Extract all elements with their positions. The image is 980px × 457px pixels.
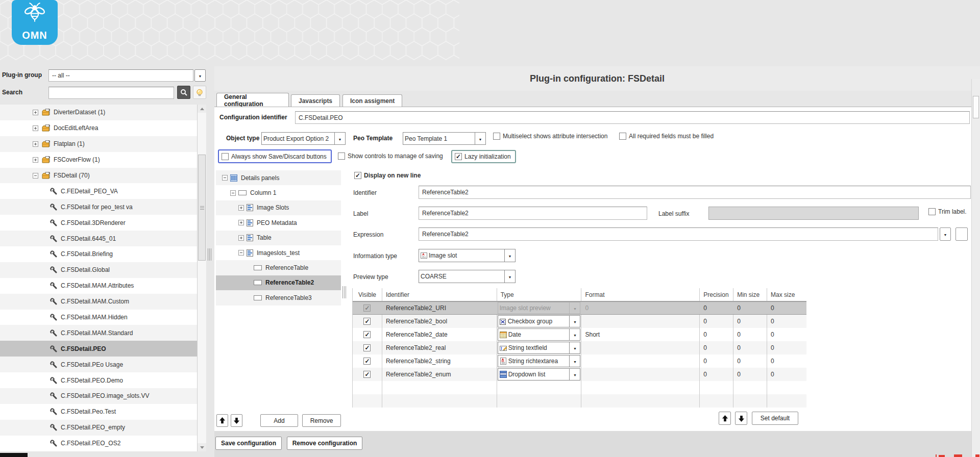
details-splitter-handle[interactable] xyxy=(342,286,346,298)
window-scroll-thumb[interactable] xyxy=(973,96,979,118)
trim-label-checkbox[interactable] xyxy=(928,208,936,215)
visible-checkbox[interactable] xyxy=(363,371,371,378)
tree-leaf-config[interactable]: C.FSDetail.Global xyxy=(0,262,197,278)
lazy-initialization-checkbox[interactable] xyxy=(455,153,462,160)
tab-javascripts[interactable]: Javascripts xyxy=(291,94,340,107)
search-button[interactable] xyxy=(177,86,190,99)
tree-leaf-config[interactable]: C.FSDetail.PEo Usage xyxy=(0,357,197,372)
tree-leaf-config[interactable]: C.FSDetail.PEO.Demo xyxy=(0,372,197,388)
collapse-minus-icon[interactable] xyxy=(33,173,38,179)
preview-type-select[interactable]: COARSE xyxy=(419,270,516,283)
window-scrollbar[interactable] xyxy=(971,79,980,457)
add-button[interactable]: Add xyxy=(260,414,298,427)
always-show-save-discard-group[interactable]: Always show Save/Discard buttons xyxy=(218,149,332,163)
tree-leaf-config[interactable]: C.FSDetail.MAM.Hidden xyxy=(0,310,197,325)
required-fields-checkbox-group[interactable]: All required fields must be filled xyxy=(619,133,714,140)
dtree-node-referencetable3[interactable]: ReferenceTable3 xyxy=(216,290,341,305)
search-input[interactable] xyxy=(48,87,174,99)
tree-node-doceditleftarea[interactable]: DocEditLeftArea xyxy=(0,120,197,136)
expand-plus-icon[interactable] xyxy=(238,220,244,225)
expand-plus-icon[interactable] xyxy=(33,125,38,131)
tree-node-diverterdataset[interactable]: DiverterDataset (1) xyxy=(0,105,197,120)
tree-leaf-config[interactable]: C.FSDetail.MAM.Custom xyxy=(0,294,197,310)
display-on-new-line-group[interactable]: Display on new line xyxy=(354,172,421,179)
peo-template-dropdown-button[interactable] xyxy=(475,133,485,144)
collapse-minus-icon[interactable] xyxy=(238,250,244,256)
type-select[interactable]: Dropdown list xyxy=(498,368,581,380)
move-panel-down-button[interactable] xyxy=(231,414,242,427)
dtree-node-referencetable[interactable]: ReferenceTable xyxy=(216,260,341,275)
visible-checkbox[interactable] xyxy=(363,331,371,338)
lazy-initialization-group[interactable]: Lazy initialization xyxy=(451,150,516,163)
tree-leaf-config[interactable]: C.FSDetail.3DRenderer xyxy=(0,215,197,231)
type-dropdown-button[interactable] xyxy=(569,329,580,340)
scroll-thumb[interactable] xyxy=(198,155,206,261)
object-type-select[interactable]: Product Export Option 2 xyxy=(261,132,346,145)
dtree-node-details-panels[interactable]: Details panels xyxy=(216,170,341,185)
table-row[interactable]: ReferenceTable2_enum Dropdown list 0 0 0 xyxy=(353,368,806,381)
tree-node-flatplan[interactable]: Flatplan (1) xyxy=(0,136,197,152)
tree-leaf-config[interactable]: C.FSDetail.Peo.Test xyxy=(0,404,197,420)
peo-template-select[interactable]: Peo Template 1 xyxy=(403,132,486,145)
type-dropdown-button[interactable] xyxy=(569,369,580,380)
table-row[interactable]: ReferenceTable2_string String richtextar… xyxy=(353,354,806,368)
tree-leaf-config[interactable]: C.FSDetail.PEO_empty xyxy=(0,420,197,436)
tree-leaf-config[interactable]: C.FSDetail.MAM.Standard xyxy=(0,325,197,341)
identifier-input[interactable]: ReferenceTable2 xyxy=(419,186,971,199)
display-on-new-line-checkbox[interactable] xyxy=(354,172,361,179)
preview-type-dropdown-button[interactable] xyxy=(504,270,515,283)
dtree-node-referencetable2-selected[interactable]: ReferenceTable2 xyxy=(216,275,341,290)
expand-plus-icon[interactable] xyxy=(33,141,38,147)
dtree-node-image-slots[interactable]: Image Slots xyxy=(216,200,341,215)
expand-plus-icon[interactable] xyxy=(238,205,244,211)
visible-checkbox[interactable] xyxy=(363,358,371,365)
type-dropdown-button[interactable] xyxy=(569,316,580,327)
tree-leaf-config[interactable]: C.FSDetail.MAM.Attributes xyxy=(0,278,197,294)
object-type-dropdown-button[interactable] xyxy=(334,133,345,144)
information-type-dropdown-button[interactable] xyxy=(504,249,515,262)
table-row[interactable]: ReferenceTable2_real String textfield 0 … xyxy=(353,341,806,354)
move-attribute-up-button[interactable] xyxy=(719,412,731,425)
plugin-group-select[interactable]: -- all -- xyxy=(48,69,193,82)
dtree-node-imageslots-test[interactable]: Imageslots_test xyxy=(216,245,341,260)
plugin-group-dropdown-button[interactable] xyxy=(194,69,206,82)
tree-leaf-config[interactable]: C.FSDetail.PEO.image_slots.VV xyxy=(0,388,197,404)
visible-checkbox[interactable] xyxy=(363,344,371,351)
multiselect-checkbox[interactable] xyxy=(493,133,500,140)
tree-leaf-config[interactable]: C.FSDetail.Briefing xyxy=(0,246,197,262)
show-controls-checkbox-group[interactable]: Show controls to manage of saving xyxy=(338,153,443,160)
tree-node-fsdetail[interactable]: FSDetail (70) xyxy=(0,168,197,184)
tree-leaf-config[interactable]: C.FSDetail.6445_01 xyxy=(0,231,197,246)
table-row-selected[interactable]: ReferenceTable2_URI Image slot preview 0… xyxy=(353,301,806,315)
collapse-minus-icon[interactable] xyxy=(230,190,236,196)
move-panel-up-button[interactable] xyxy=(216,414,228,427)
type-dropdown-button[interactable] xyxy=(569,342,580,353)
remove-configuration-button[interactable]: Remove configuration xyxy=(287,437,362,450)
type-select[interactable]: Date xyxy=(498,328,581,341)
expression-dropdown-button[interactable] xyxy=(940,227,951,241)
label-input[interactable]: ReferenceTable2 xyxy=(419,207,647,220)
information-type-select[interactable]: Image slot xyxy=(419,249,516,262)
tree-node-fscoverflow[interactable]: FSCoverFlow (1) xyxy=(0,152,197,168)
show-controls-checkbox[interactable] xyxy=(338,153,345,160)
tree-leaf-config[interactable]: C.FSDetail.PEO_OS2 xyxy=(0,436,197,451)
type-select[interactable]: String richtextarea xyxy=(498,355,581,367)
move-attribute-down-button[interactable] xyxy=(735,412,747,425)
expression-input[interactable]: ReferenceTable2 xyxy=(419,227,938,241)
save-configuration-button[interactable]: Save configuration xyxy=(215,437,282,450)
tab-icon-assignment[interactable]: Icon assigment xyxy=(342,94,402,107)
sidebar-splitter-handle[interactable] xyxy=(208,248,211,261)
scroll-up-button[interactable] xyxy=(198,105,206,113)
trim-label-group[interactable]: Trim label. xyxy=(928,208,967,215)
tab-general-configuration[interactable]: General configuration xyxy=(216,93,289,107)
expand-plus-icon[interactable] xyxy=(33,110,38,115)
remove-button[interactable]: Remove xyxy=(302,414,341,427)
type-select[interactable]: Checkbox group xyxy=(498,315,581,327)
always-show-save-discard-checkbox[interactable] xyxy=(222,153,229,160)
config-identifier-input[interactable]: C.FSDetail.PEO xyxy=(295,111,970,124)
required-fields-checkbox[interactable] xyxy=(619,133,626,140)
type-dropdown-button[interactable] xyxy=(569,356,580,367)
type-select[interactable]: String textfield xyxy=(498,342,581,354)
table-row[interactable]: ReferenceTable2_date Date Short 0 0 0 xyxy=(353,328,806,341)
tree-leaf-config[interactable]: C.FEDetail_PEO_VA xyxy=(0,183,197,199)
